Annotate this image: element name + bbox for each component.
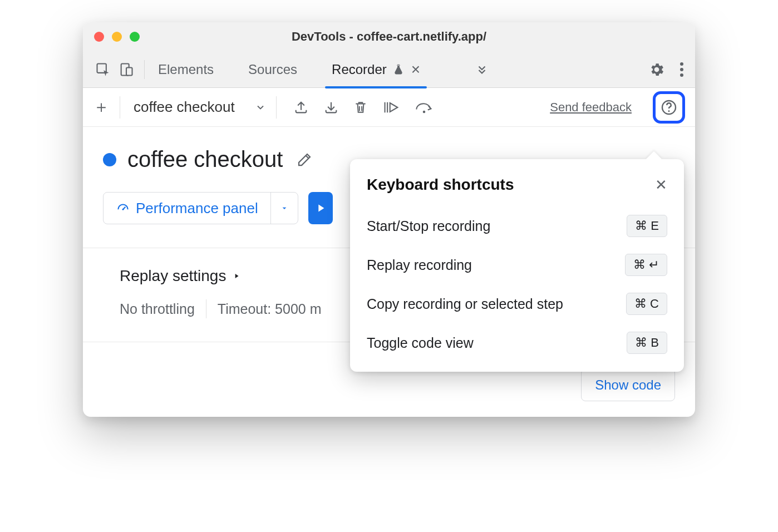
help-button-highlighted[interactable]	[653, 91, 685, 124]
close-popover-icon[interactable]: ✕	[655, 176, 667, 194]
timeout-value: Timeout: 5000 m	[218, 301, 322, 317]
experiment-flask-icon	[392, 63, 405, 76]
delete-icon[interactable]	[353, 100, 368, 115]
svg-point-9	[122, 209, 124, 210]
replay-button[interactable]	[308, 192, 333, 224]
shortcut-label: Toggle code view	[367, 335, 474, 351]
tab-sources[interactable]: Sources	[245, 51, 301, 88]
shortcut-label: Start/Stop recording	[367, 218, 490, 234]
svg-point-5	[680, 73, 683, 77]
svg-rect-2	[126, 67, 132, 75]
step-play-icon[interactable]	[382, 100, 400, 115]
divider	[144, 60, 145, 79]
close-tab-icon[interactable]: ×	[411, 62, 420, 77]
: Copy recording or selected step ⌘ C	[367, 293, 667, 315]
minimize-window-button[interactable]	[112, 32, 122, 42]
expand-arrow-icon	[233, 271, 240, 281]
recording-dropdown[interactable]: coffee checkout	[134, 98, 235, 116]
close-window-button[interactable]	[94, 32, 104, 42]
step-over-icon[interactable]	[415, 100, 434, 115]
inspect-element-icon[interactable]	[95, 62, 111, 77]
throttling-value: No throttling	[120, 301, 195, 317]
edit-title-icon[interactable]	[296, 151, 313, 168]
svg-point-4	[680, 68, 683, 71]
recorder-toolbar: ＋ coffee checkout Send feedback	[83, 88, 695, 127]
chevron-down-icon[interactable]	[255, 102, 266, 113]
gauge-icon	[116, 201, 130, 215]
recording-status-dot	[103, 153, 116, 166]
traffic-lights	[83, 32, 140, 42]
keyboard-shortcuts-popover: Keyboard shortcuts ✕ Start/Stop recordin…	[350, 159, 684, 372]
perf-button-label: Performance panel	[136, 200, 258, 217]
popover-title: Keyboard shortcuts	[367, 176, 514, 194]
new-recording-button[interactable]: ＋	[93, 96, 110, 119]
svg-point-3	[680, 62, 683, 66]
tab-label: Elements	[158, 62, 214, 77]
perf-dropdown-icon[interactable]	[271, 193, 298, 224]
performance-panel-button[interactable]: Performance panel	[103, 192, 298, 224]
recording-title: coffee checkout	[127, 147, 283, 172]
device-toolbar-icon[interactable]	[119, 62, 134, 77]
shortcut-row: Start/Stop recording ⌘ E	[367, 215, 667, 237]
divider	[276, 96, 277, 119]
devtools-window: DevTools - coffee-cart.netlify.app/ Elem…	[83, 22, 695, 417]
shortcut-key: ⌘ E	[627, 215, 667, 237]
shortcut-key: ⌘ ↵	[625, 254, 667, 276]
show-code-button[interactable]: Show code	[581, 369, 675, 401]
shortcut-label: Replay recording	[367, 257, 472, 273]
zoom-window-button[interactable]	[130, 32, 140, 42]
send-feedback-link[interactable]: Send feedback	[550, 100, 632, 115]
svg-point-6	[422, 110, 425, 113]
shortcut-key: ⌘ C	[626, 293, 667, 315]
shortcut-label: Copy recording or selected step	[367, 296, 563, 312]
tab-elements[interactable]: Elements	[155, 51, 217, 88]
divider	[120, 96, 120, 119]
tab-recorder[interactable]: Recorder ×	[328, 51, 424, 88]
shortcut-key: ⌘ B	[627, 332, 667, 354]
tab-label: Recorder	[332, 62, 387, 77]
export-icon[interactable]	[293, 100, 309, 115]
replay-settings-label: Replay settings	[120, 267, 226, 285]
import-icon[interactable]	[323, 100, 339, 115]
divider	[206, 299, 206, 318]
devtools-tabbar: Elements Sources Recorder ×	[83, 51, 695, 88]
settings-gear-icon[interactable]	[648, 61, 665, 78]
shortcut-row: Toggle code view ⌘ B	[367, 332, 667, 354]
titlebar: DevTools - coffee-cart.netlify.app/	[83, 22, 695, 51]
play-icon	[314, 202, 327, 214]
window-title: DevTools - coffee-cart.netlify.app/	[83, 29, 695, 44]
more-tabs-icon[interactable]	[476, 63, 488, 76]
svg-point-8	[668, 110, 670, 112]
shortcut-row: Replay recording ⌘ ↵	[367, 254, 667, 276]
more-menu-icon[interactable]	[679, 61, 684, 78]
tab-label: Sources	[248, 62, 297, 77]
